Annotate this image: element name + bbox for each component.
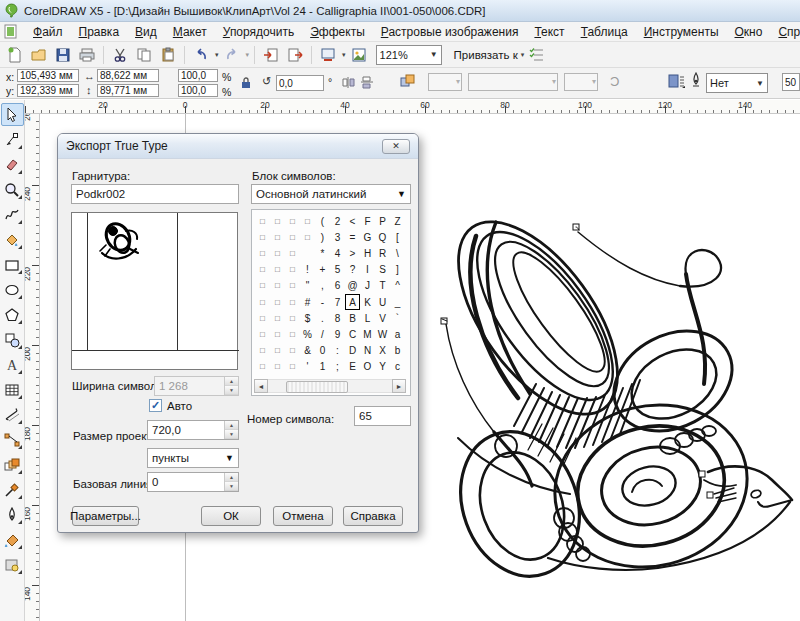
grid-cell[interactable]: ? <box>345 262 360 278</box>
grid-cell[interactable]: □ <box>285 245 300 261</box>
grid-cell[interactable]: ^ <box>390 278 405 294</box>
grid-cell[interactable]: □ <box>285 359 300 375</box>
object-height-field[interactable]: 89,771 мм <box>97 84 159 97</box>
lock-ratio-icon[interactable] <box>240 76 252 89</box>
grid-cell[interactable]: H <box>360 245 375 261</box>
help-button[interactable]: Справка <box>343 506 403 526</box>
grid-cell[interactable]: □ <box>300 229 315 245</box>
pick-tool[interactable] <box>1 103 24 126</box>
grid-cell[interactable]: \ <box>390 245 405 261</box>
grid-cell[interactable]: ! <box>300 262 315 278</box>
outline-width-combo[interactable]: Нет ▼ <box>706 73 768 93</box>
grid-cell[interactable]: R <box>375 245 390 261</box>
cancel-button[interactable]: Отмена <box>273 506 333 526</box>
menu-item-7[interactable]: Растровые изображения <box>373 23 527 41</box>
grid-cell[interactable]: $ <box>300 310 315 326</box>
grid-cell[interactable]: B <box>345 310 360 326</box>
grid-cell[interactable]: 3 <box>330 229 345 245</box>
save-button[interactable] <box>52 44 74 66</box>
grid-cell[interactable]: Y <box>375 359 390 375</box>
smart-fill-tool[interactable] <box>1 228 24 251</box>
menu-item-10[interactable]: Инструменты <box>636 23 727 41</box>
outline-pen-tool[interactable] <box>1 503 24 526</box>
grid-cell[interactable]: * <box>315 245 330 261</box>
grid-cell[interactable]: 5 <box>330 262 345 278</box>
design-size-spinner[interactable]: 720,0 ▲▼ <box>147 420 239 440</box>
symbol-block-select[interactable]: Основной латинский▼ <box>251 184 411 204</box>
grid-cell[interactable]: - <box>315 294 330 310</box>
grid-cell[interactable]: ' <box>300 359 315 375</box>
shape-tool[interactable] <box>1 128 24 151</box>
import-button[interactable] <box>260 44 282 66</box>
grid-cell[interactable]: V <box>375 310 390 326</box>
grid-cell[interactable]: W <box>375 326 390 342</box>
snap-dropdown-arrow[interactable]: ▾ <box>521 51 525 59</box>
grid-cell[interactable]: G <box>360 229 375 245</box>
grid-cell[interactable]: ] <box>390 262 405 278</box>
grid-cell[interactable]: # <box>300 294 315 310</box>
interactive-fill-tool[interactable] <box>1 553 24 576</box>
horizontal-ruler[interactable]: 20020406080100120140 <box>25 100 800 114</box>
grid-cell[interactable]: 8 <box>330 310 345 326</box>
grid-cell[interactable]: □ <box>270 294 285 310</box>
grid-cell[interactable]: □ <box>255 278 270 294</box>
vertical-ruler[interactable]: 260240220200180160140 <box>25 114 40 621</box>
eyedropper-tool[interactable] <box>1 478 24 501</box>
menu-item-2[interactable]: Правка <box>71 23 128 41</box>
grid-cell[interactable]: b <box>390 343 405 359</box>
close-icon[interactable]: ✕ <box>382 139 410 154</box>
scale-x-field[interactable]: 100,0 <box>178 69 218 82</box>
grid-cell[interactable]: 9 <box>330 326 345 342</box>
right-bearing-line[interactable] <box>177 213 178 350</box>
redo-dropdown-arrow[interactable]: ▾ <box>246 51 250 59</box>
grid-cell[interactable] <box>300 245 315 261</box>
grid-cell[interactable]: C <box>345 326 360 342</box>
crop-tool[interactable] <box>1 153 24 176</box>
grid-cell[interactable]: □ <box>255 213 270 229</box>
grid-cell[interactable]: □ <box>255 326 270 342</box>
object-width-field[interactable]: 88,622 мм <box>97 69 159 82</box>
grid-cell[interactable]: = <box>345 229 360 245</box>
x-position-field[interactable]: 105,493 мм <box>17 69 79 82</box>
menu-item-1[interactable]: Файл <box>25 23 71 41</box>
baseline-line[interactable] <box>72 350 239 351</box>
grid-cell[interactable]: U <box>375 294 390 310</box>
grid-cell[interactable]: , <box>315 278 330 294</box>
grid-cell[interactable]: □ <box>285 310 300 326</box>
grid-cell[interactable]: O <box>360 359 375 375</box>
options-button[interactable]: Параметры... <box>72 506 139 526</box>
baseline-spinner[interactable]: 0 ▲▼ <box>147 472 239 492</box>
grid-cell[interactable]: ) <box>315 229 330 245</box>
grid-cell[interactable]: N <box>360 343 375 359</box>
grid-cell[interactable]: □ <box>255 262 270 278</box>
print-button[interactable] <box>76 44 98 66</box>
menu-item-3[interactable]: Вид <box>127 23 165 41</box>
mirror-horizontal-icon[interactable] <box>342 76 356 89</box>
ok-button[interactable]: ОК <box>201 506 261 526</box>
grid-cell[interactable]: T <box>375 278 390 294</box>
grid-cell[interactable]: K <box>360 294 375 310</box>
grid-cell[interactable]: □ <box>255 310 270 326</box>
left-bearing-line[interactable] <box>87 213 88 350</box>
grid-cell[interactable]: J <box>360 278 375 294</box>
undo-dropdown-arrow[interactable]: ▾ <box>215 51 219 59</box>
grid-cell[interactable]: □ <box>285 229 300 245</box>
grid-cell[interactable]: [ <box>390 229 405 245</box>
text-wrap-icon[interactable] <box>668 73 685 89</box>
grid-cell[interactable]: & <box>300 343 315 359</box>
outline-end-combo[interactable] <box>564 73 598 91</box>
basic-shapes-tool[interactable] <box>1 328 24 351</box>
char-number-field[interactable]: 65 <box>354 406 411 426</box>
paste-button[interactable] <box>157 44 179 66</box>
grid-cell[interactable]: □ <box>285 343 300 359</box>
launcher-dropdown-arrow[interactable]: ▾ <box>342 51 346 59</box>
grid-cell[interactable]: E <box>345 359 360 375</box>
blend-tool[interactable] <box>1 453 24 476</box>
grid-cell[interactable]: _ <box>390 294 405 310</box>
grid-cell[interactable]: □ <box>285 294 300 310</box>
auto-checkbox[interactable]: ✓ <box>149 399 162 412</box>
outline-style-combo[interactable] <box>468 73 558 91</box>
grid-cell[interactable]: D <box>345 343 360 359</box>
grid-cell[interactable]: □ <box>270 213 285 229</box>
welcome-screen-button[interactable] <box>348 44 370 66</box>
